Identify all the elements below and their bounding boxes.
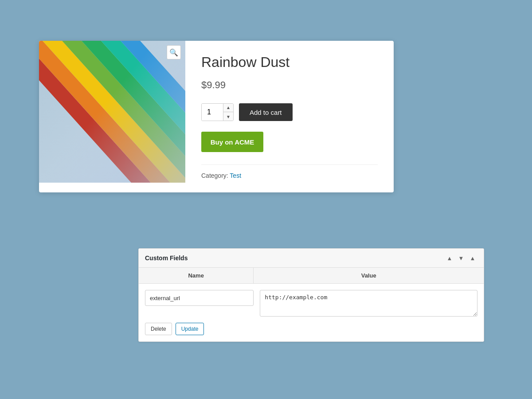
quantity-wrapper: ▲ ▼ [201,103,234,121]
category-label: Category: [201,172,228,179]
product-image-wrapper: 🔍 [39,41,185,183]
collapse-up-button[interactable]: ▲ [445,253,454,263]
custom-fields-title: Custom Fields [145,254,188,262]
custom-field-row: http://example.com [139,284,484,323]
custom-fields-panel: Custom Fields ▲ ▼ ▲ Name Value http://ex… [138,248,484,342]
zoom-button[interactable]: 🔍 [167,45,181,59]
value-column-header: Value [254,268,484,283]
product-divider [201,164,378,165]
add-to-cart-row: ▲ ▼ Add to cart [201,103,378,121]
name-column-header: Name [139,268,254,283]
product-image [39,41,185,183]
delete-button[interactable]: Delete [145,323,172,335]
product-details: Rainbow Dust $9.99 ▲ ▼ Add to cart Buy o… [185,41,394,192]
quantity-input[interactable] [202,103,223,121]
custom-fields-header: Custom Fields ▲ ▼ ▲ [139,249,484,268]
custom-field-name-input[interactable] [145,290,254,306]
collapse-toggle-button[interactable]: ▲ [468,253,477,263]
zoom-icon: 🔍 [169,48,178,57]
add-to-cart-button[interactable]: Add to cart [239,103,293,121]
product-price: $9.99 [201,79,378,91]
quantity-up-button[interactable]: ▲ [223,103,233,112]
custom-field-actions: Delete Update [139,323,484,341]
custom-fields-header-icons: ▲ ▼ ▲ [445,253,477,263]
product-title: Rainbow Dust [201,54,378,70]
custom-fields-table-header: Name Value [139,268,484,284]
quantity-down-button[interactable]: ▼ [223,112,233,121]
product-card: 🔍 Rainbow Dust $9.99 ▲ ▼ Add to cart Buy… [39,41,394,192]
product-category: Category: Test [201,172,378,179]
category-link[interactable]: Test [230,172,241,179]
collapse-down-button[interactable]: ▼ [456,253,466,263]
buy-on-acme-button[interactable]: Buy on ACME [201,132,263,152]
update-button[interactable]: Update [176,323,204,335]
quantity-spinners: ▲ ▼ [223,103,233,121]
custom-field-value-textarea[interactable]: http://example.com [260,290,477,317]
